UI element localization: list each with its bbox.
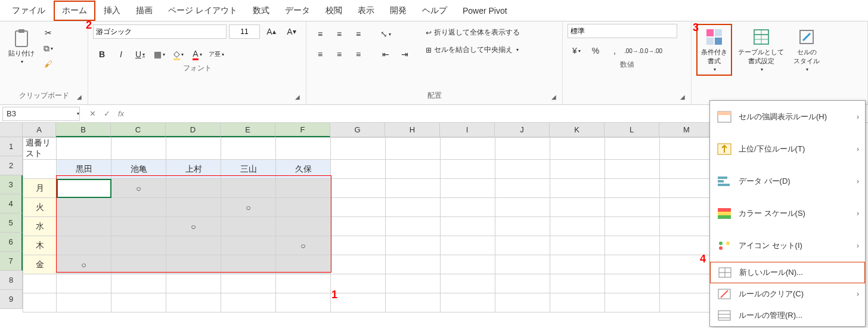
cell[interactable] bbox=[331, 179, 386, 198]
indent-increase-button[interactable]: ⇥ bbox=[396, 47, 414, 62]
menu-review[interactable]: 校閲 bbox=[318, 2, 349, 20]
row-header-9[interactable]: 9 bbox=[0, 290, 23, 309]
cell[interactable] bbox=[166, 274, 221, 293]
cell[interactable] bbox=[221, 293, 276, 312]
menu-manage-rules[interactable]: ルールの管理(R)... bbox=[710, 305, 865, 326]
alignment-dialog-launcher[interactable]: ◢ bbox=[551, 94, 560, 102]
paste-button[interactable]: 貼り付け ▾ bbox=[5, 26, 38, 67]
underline-button[interactable]: U▾ bbox=[131, 47, 149, 62]
percent-button[interactable]: % bbox=[587, 43, 604, 58]
col-header-A[interactable]: A bbox=[23, 123, 56, 137]
row-header-5[interactable]: 5 bbox=[0, 213, 23, 233]
cell[interactable] bbox=[605, 179, 660, 198]
row-header-4[interactable]: 4 bbox=[0, 194, 23, 213]
row-header-2[interactable]: 2 bbox=[0, 156, 23, 175]
menu-icon-sets[interactable]: アイコン セット(I) › bbox=[710, 230, 865, 262]
cell[interactable] bbox=[111, 293, 166, 312]
cell[interactable] bbox=[331, 138, 386, 160]
cell[interactable] bbox=[276, 255, 331, 274]
cell[interactable] bbox=[386, 160, 441, 179]
number-format-select[interactable] bbox=[568, 24, 677, 38]
cell[interactable] bbox=[111, 217, 166, 236]
font-name-select[interactable] bbox=[93, 24, 227, 39]
cell[interactable] bbox=[276, 274, 331, 293]
cell[interactable] bbox=[166, 236, 221, 255]
cell[interactable] bbox=[441, 138, 495, 160]
cell[interactable] bbox=[166, 255, 221, 274]
row-header-8[interactable]: 8 bbox=[0, 271, 23, 290]
fx-button[interactable]: fx bbox=[114, 107, 128, 120]
cell[interactable] bbox=[57, 274, 111, 293]
col-header-B[interactable]: B bbox=[56, 123, 111, 137]
cell[interactable] bbox=[495, 293, 550, 312]
cell[interactable] bbox=[660, 179, 715, 198]
cell[interactable] bbox=[221, 138, 276, 160]
cell[interactable] bbox=[660, 198, 715, 217]
cell[interactable] bbox=[331, 217, 386, 236]
cell[interactable] bbox=[386, 198, 441, 217]
border-button[interactable]: ▦▾ bbox=[150, 47, 168, 62]
cell[interactable] bbox=[550, 255, 605, 274]
cell[interactable]: ○ bbox=[57, 255, 111, 274]
cell[interactable] bbox=[441, 293, 495, 312]
cell[interactable] bbox=[166, 198, 221, 217]
cell[interactable] bbox=[386, 217, 441, 236]
row-header-6[interactable]: 6 bbox=[0, 233, 23, 252]
menu-powerpivot[interactable]: Power Pivot bbox=[455, 2, 514, 19]
name-box[interactable]: B3 ▾ bbox=[2, 107, 80, 121]
cell[interactable] bbox=[386, 293, 441, 312]
col-header-I[interactable]: I bbox=[440, 123, 495, 137]
row-header-7[interactable]: 7 bbox=[0, 252, 23, 271]
comma-button[interactable]: , bbox=[606, 43, 624, 58]
decrease-decimal-button[interactable]: .0→.00 bbox=[644, 43, 662, 58]
cell[interactable] bbox=[495, 255, 550, 274]
row-header-3[interactable]: 3 bbox=[0, 175, 23, 194]
increase-decimal-button[interactable]: .00→.0 bbox=[625, 43, 643, 58]
enter-formula-button[interactable]: ✓ bbox=[100, 107, 113, 120]
cell[interactable] bbox=[111, 274, 166, 293]
cell[interactable] bbox=[386, 236, 441, 255]
cell[interactable] bbox=[331, 160, 386, 179]
cell[interactable] bbox=[495, 236, 550, 255]
cell[interactable] bbox=[550, 160, 605, 179]
cell[interactable] bbox=[221, 255, 276, 274]
cell[interactable] bbox=[166, 179, 221, 198]
cell[interactable] bbox=[550, 138, 605, 160]
decrease-font-button[interactable]: A▾ bbox=[283, 24, 300, 39]
menu-developer[interactable]: 開発 bbox=[383, 2, 414, 20]
align-bottom-button[interactable]: ≡ bbox=[349, 26, 367, 42]
menu-top-bottom-rules[interactable]: 上位/下位ルール(T) › bbox=[710, 133, 865, 165]
menu-data[interactable]: データ bbox=[278, 2, 317, 20]
cell[interactable] bbox=[660, 274, 715, 293]
font-dialog-launcher[interactable]: ◢ bbox=[295, 94, 303, 102]
cell[interactable]: 三山 bbox=[221, 160, 276, 179]
col-header-F[interactable]: F bbox=[275, 123, 330, 137]
cell[interactable]: 月 bbox=[23, 179, 57, 198]
cell[interactable] bbox=[605, 138, 660, 160]
cell[interactable] bbox=[221, 217, 276, 236]
font-color-button[interactable]: A▾ bbox=[188, 47, 206, 62]
cell[interactable]: ○ bbox=[221, 198, 276, 217]
cell[interactable] bbox=[331, 236, 386, 255]
indent-decrease-button[interactable]: ⇤ bbox=[377, 47, 395, 62]
ruby-button[interactable]: ア亜▾ bbox=[207, 47, 225, 62]
cell[interactable]: 週番リスト bbox=[23, 138, 57, 160]
cell[interactable] bbox=[166, 293, 221, 312]
cell[interactable]: 木 bbox=[23, 236, 57, 255]
cell[interactable] bbox=[386, 274, 441, 293]
cell[interactable] bbox=[276, 293, 331, 312]
cell[interactable] bbox=[23, 293, 57, 312]
number-dialog-launcher[interactable]: ◢ bbox=[680, 94, 689, 102]
cell[interactable] bbox=[660, 160, 715, 179]
cell[interactable] bbox=[441, 160, 495, 179]
menu-formulas[interactable]: 数式 bbox=[246, 2, 277, 20]
cell[interactable] bbox=[605, 217, 660, 236]
cell[interactable] bbox=[276, 217, 331, 236]
cell[interactable] bbox=[331, 293, 386, 312]
col-header-J[interactable]: J bbox=[495, 123, 550, 137]
align-right-button[interactable]: ≡ bbox=[349, 47, 367, 62]
cell[interactable] bbox=[23, 160, 57, 179]
cell[interactable] bbox=[221, 236, 276, 255]
menu-color-scales[interactable]: カラー スケール(S) › bbox=[710, 197, 865, 230]
cell[interactable]: 金 bbox=[23, 255, 57, 274]
